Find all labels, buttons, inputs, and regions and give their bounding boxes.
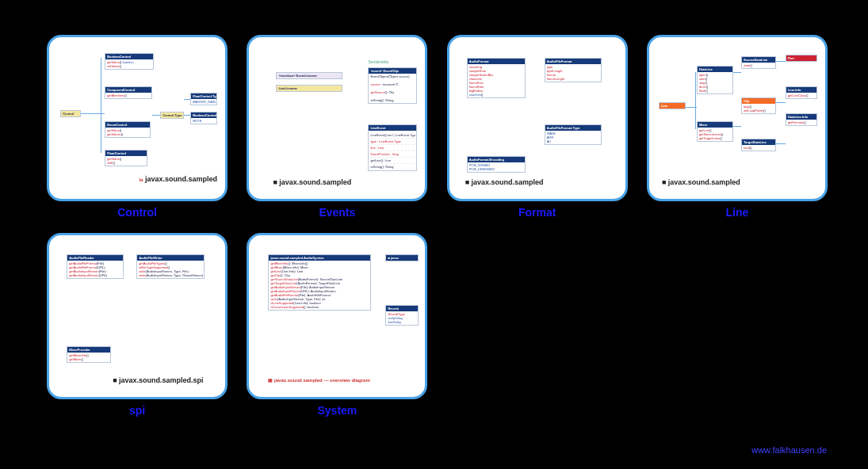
tile-control[interactable]: Control BooleanControlgetValue() boolean… [44,35,230,219]
thumbnail-grid: Control BooleanControlgetValue() boolean… [0,0,868,429]
footer-link[interactable]: www.falkhausen.de [751,445,827,455]
thumb-control[interactable]: Control BooleanControlgetValue() boolean… [47,35,228,201]
thumb-events[interactable]: Serializable «interface» EventListener L… [247,35,427,201]
thumb-system[interactable]: javax.sound.sampled.AudioSystem getMixer… [247,233,427,399]
tile-line[interactable]: Line DataLineopen()start()stop()drain()f… [644,35,830,219]
caption-control[interactable]: Control [117,206,157,219]
tile-events[interactable]: Serializable «interface» EventListener L… [244,35,430,219]
caption-spi[interactable]: spi [129,404,145,417]
tile-system[interactable]: javax.sound.sampled.AudioSystem getMixer… [244,233,430,417]
caption-line[interactable]: Line [725,206,748,219]
tile-format[interactable]: AudioFormatencodingsampleRatesampleSizeI… [445,35,630,219]
thumb-spi[interactable]: AudioFileReadergetAudioFileFormat(File)g… [47,233,228,399]
tile-spi[interactable]: AudioFileReadergetAudioFileFormat(File)g… [44,233,230,417]
thumb-format[interactable]: AudioFormatencodingsampleRatesampleSizeI… [447,35,628,201]
caption-system[interactable]: System [317,404,357,417]
caption-format[interactable]: Format [518,206,556,219]
thumb-line[interactable]: Line DataLineopen()start()stop()drain()f… [647,35,828,201]
caption-events[interactable]: Events [319,206,355,219]
